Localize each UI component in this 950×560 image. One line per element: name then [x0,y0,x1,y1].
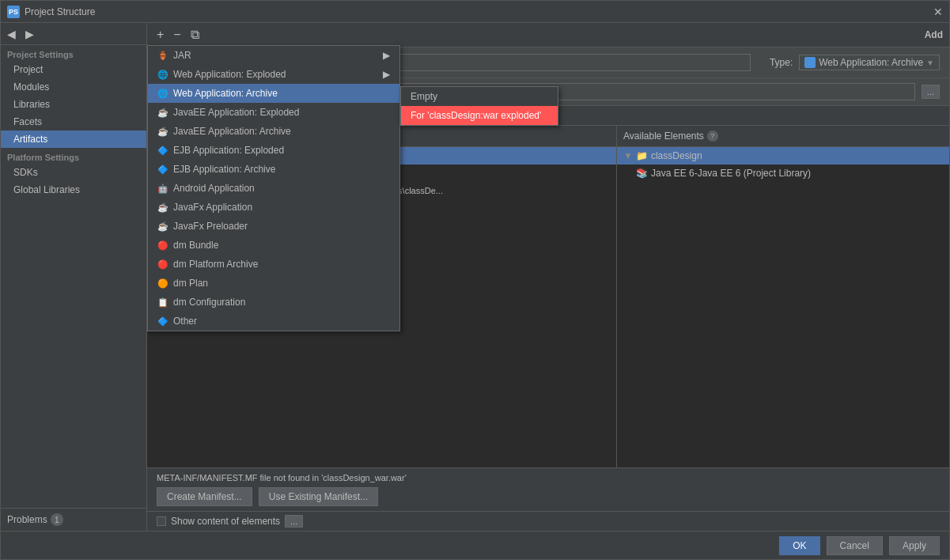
dm-bundle-icon: 🔴 [157,240,168,251]
available-row-java-ee[interactable]: 📚 Java EE 6-Java EE 6 (Project Library) [617,165,949,182]
bottom-panel: META-INF/MANIFEST.MF file not found in '… [147,467,949,511]
ejb-exploded-icon: 🔷 [157,146,168,156]
sidebar-nav: ◀ ▶ [1,23,146,45]
dm-config-icon: 📋 [157,297,168,308]
project-structure-window: PS Project Structure ✕ ◀ ▶ Project Setti… [0,0,950,560]
project-icon: 📁 [636,150,648,161]
sidebar-item-modules[interactable]: Modules [1,78,146,96]
project-settings-section: Project Settings [1,45,146,61]
available-title: Available Elements [623,131,704,142]
add-toolbar: + − ⧉ Add [147,23,949,47]
sidebar-item-facets[interactable]: Facets [1,113,146,131]
dropdown-ejb-exploded[interactable]: 🔷 EJB Application: Exploded [148,141,399,160]
warning-text: META-INF/MANIFEST.MF file not found in '… [157,473,940,482]
dropdown-other[interactable]: 🔷 Other [148,312,399,331]
type-label: Type: [770,57,793,68]
type-select[interactable]: Web Application: Archive ▼ [799,55,940,70]
bottom-buttons: Create Manifest... Use Existing Manifest… [157,487,940,506]
right-panel: + − ⧉ Add 🏺 JAR ▶ 🌐 [147,23,949,531]
sidebar: ◀ ▶ Project Settings Project Modules Lib… [1,23,147,531]
show-content-checkbox[interactable] [157,516,166,526]
jar-icon: 🏺 [157,51,168,61]
window-title: Project Structure [25,6,929,17]
dm-plan-icon: 🟠 [157,278,168,289]
forward-button[interactable]: ▶ [22,26,37,42]
available-row-classdesign[interactable]: ▼ 📁 classDesign [617,147,949,165]
ok-button[interactable]: OK [779,536,819,555]
use-existing-manifest-button[interactable]: Use Existing Manifest... [259,487,378,506]
problems-count: 1 [51,513,63,526]
dropdown-dm-plan[interactable]: 🟠 dm Plan [148,274,399,293]
footer-bar: OK Cancel Apply [1,531,949,559]
web-exploded-icon: 🌐 [157,70,168,80]
web-archive-icon: 🌐 [157,89,168,99]
remove-button[interactable]: − [170,26,184,44]
ejb-archive-icon: 🔷 [157,165,168,175]
other-icon: 🔷 [157,316,168,327]
title-bar: PS Project Structure ✕ [1,1,949,23]
show-content-more-button[interactable]: ... [285,515,303,528]
show-content-row: Show content of elements ... [147,511,949,531]
apply-button[interactable]: Apply [889,536,940,555]
dropdown-dm-config[interactable]: 📋 dm Configuration [148,293,399,312]
show-content-label: Show content of elements [171,516,280,527]
available-help-icon[interactable]: ? [707,131,718,142]
dropdown-android[interactable]: 🤖 Android Application [148,179,399,198]
add-label: Add [925,29,943,40]
javafx-icon: ☕ [157,202,168,213]
dropdown-javaee-exploded[interactable]: ☕ JavaEE Application: Exploded [148,103,399,122]
javaee-archive-icon: ☕ [157,127,168,137]
type-chevron-icon: ▼ [926,59,934,67]
sidebar-item-project[interactable]: Project [1,61,146,78]
jar-arrow: ▶ [383,50,390,61]
browse-button[interactable]: ... [922,85,940,99]
sidebar-item-libraries[interactable]: Libraries [1,96,146,113]
dropdown-web-exploded[interactable]: 🌐 Web Application: Exploded ▶ [148,65,399,84]
dropdown-web-archive[interactable]: 🌐 Web Application: Archive [148,84,399,103]
back-button[interactable]: ◀ [4,26,19,42]
submenu: Empty For 'classDesign:war exploded' [400,86,558,126]
sidebar-item-artifacts[interactable]: Artifacts [1,131,146,148]
dropdown-dm-platform[interactable]: 🔴 dm Platform Archive [148,255,399,274]
add-button[interactable]: + [153,26,167,44]
dropdown-javafx-preloader[interactable]: ☕ JavaFx Preloader [148,217,399,236]
dropdown-menu: 🏺 JAR ▶ 🌐 Web Application: Exploded ▶ 🌐 … [147,45,400,331]
submenu-for-exploded[interactable]: For 'classDesign:war exploded' [401,106,558,125]
cancel-button[interactable]: Cancel [827,536,883,555]
type-select-text: Web Application: Archive [819,57,923,68]
sidebar-item-sdks[interactable]: SDKs [1,164,146,181]
dropdown-dm-bundle[interactable]: 🔴 dm Bundle [148,236,399,255]
platform-settings-section: Platform Settings [1,148,146,164]
dropdown-ejb-archive[interactable]: 🔷 EJB Application: Archive [148,160,399,179]
expand-icon: ▼ [623,150,633,161]
web-exploded-arrow: ▶ [383,69,390,80]
main-content: ◀ ▶ Project Settings Project Modules Lib… [1,23,949,531]
dropdown-javafx[interactable]: ☕ JavaFx Application [148,198,399,217]
library-icon: 📚 [636,168,648,179]
available-header: Available Elements ? [617,126,949,147]
right-content: Available Elements ? ▼ 📁 classDesign [617,126,949,467]
copy-button[interactable]: ⧉ [187,26,202,44]
close-button[interactable]: ✕ [933,6,943,18]
dropdown-javaee-archive[interactable]: ☕ JavaEE Application: Archive [148,122,399,141]
android-icon: 🤖 [157,184,168,194]
submenu-empty[interactable]: Empty [401,87,558,106]
dropdown-jar[interactable]: 🏺 JAR ▶ [148,46,399,65]
create-manifest-button[interactable]: Create Manifest... [157,487,252,506]
dm-platform-icon: 🔴 [157,259,168,270]
available-list: ▼ 📁 classDesign 📚 Java EE 6-Java EE 6 (P… [617,147,949,467]
type-icon [804,57,816,68]
sidebar-item-global-libraries[interactable]: Global Libraries [1,181,146,199]
app-icon: PS [7,6,20,18]
javafx-preloader-icon: ☕ [157,221,168,232]
add-toolbar-container: + − ⧉ Add 🏺 JAR ▶ 🌐 [147,23,949,47]
problems-label: Problems [7,514,47,525]
javaee-exploded-icon: ☕ [157,108,168,118]
